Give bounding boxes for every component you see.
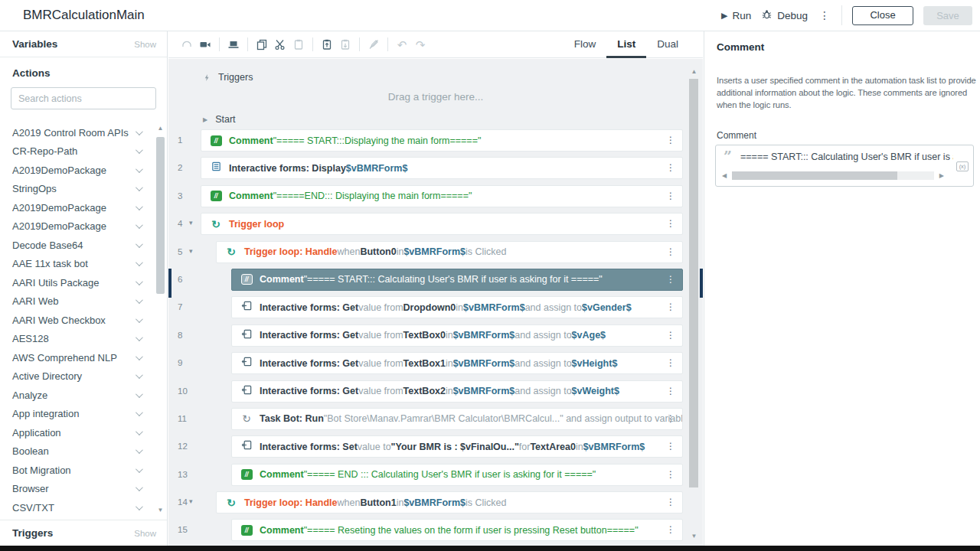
action-card[interactable]: Interactive forms: Get value from TextBo… [231, 380, 683, 403]
chevron-down-icon[interactable] [136, 484, 143, 491]
copy-icon[interactable] [253, 35, 271, 54]
action-card[interactable]: Interactive forms: Set value to "Your BM… [231, 435, 683, 458]
chevron-down-icon[interactable] [136, 221, 143, 229]
comment-field[interactable]: ” ===== START::: Calculating User's BMR … [715, 145, 974, 187]
kebab-menu-icon[interactable]: ⋮ [666, 162, 675, 173]
kebab-menu-icon[interactable]: ⋮ [666, 524, 675, 535]
kebab-menu-icon[interactable]: ⋮ [666, 302, 675, 312]
kebab-menu-icon[interactable]: ⋮ [666, 246, 675, 257]
scroll-down-icon[interactable]: ▼ [155, 507, 165, 514]
action-row[interactable]: 5▾↻Trigger loop: Handle when Button0 in … [168, 241, 703, 263]
cut-icon[interactable] [271, 35, 289, 54]
scroll-right-icon[interactable]: ▶ [939, 172, 944, 179]
canvas-start-section[interactable]: ▶ Start [168, 109, 703, 129]
chevron-down-icon[interactable] [136, 409, 143, 416]
action-card[interactable]: Interactive forms: Display $vBMRForm$ [201, 157, 683, 179]
package-item[interactable]: Browser [0, 480, 153, 499]
tab-list[interactable]: List [606, 31, 646, 58]
package-item[interactable]: AARI Web Checkbox [0, 311, 153, 330]
action-card[interactable]: Interactive forms: Get value from TextBo… [231, 352, 683, 374]
package-item[interactable]: AARI Utils Package [0, 273, 153, 292]
scrollbar-track[interactable] [732, 171, 934, 180]
action-card[interactable]: Interactive forms: Get value from Dropdo… [231, 296, 683, 318]
camera-icon[interactable] [196, 35, 214, 54]
package-item[interactable]: Decode Base64 [0, 236, 153, 255]
clipboard-up-icon[interactable] [318, 35, 336, 54]
action-card[interactable]: ↻Trigger loop [201, 213, 683, 235]
chevron-down-icon[interactable] [136, 203, 143, 210]
header-kebab-menu-icon[interactable]: ⋮ [818, 9, 831, 21]
run-button[interactable]: ▶ Run [721, 10, 751, 21]
search-input[interactable] [11, 87, 156, 109]
kebab-menu-icon[interactable]: ⋮ [666, 135, 675, 145]
kebab-menu-icon[interactable]: ⋮ [666, 413, 675, 424]
canvas-triggers-section[interactable]: Triggers [168, 70, 703, 85]
triggers-show-link[interactable]: Show [134, 529, 156, 538]
chevron-down-icon[interactable] [136, 371, 143, 379]
tab-flow[interactable]: Flow [564, 31, 607, 58]
triggers-section-header[interactable]: Triggers Show [0, 520, 167, 546]
action-card[interactable]: //Comment "===== START::: Calculating Us… [231, 269, 683, 291]
insert-variable-icon[interactable]: (x) [956, 161, 969, 171]
kebab-menu-icon[interactable]: ⋮ [666, 191, 675, 201]
chevron-down-icon[interactable] [136, 334, 143, 341]
action-card[interactable]: ↻Task Bot: Run "Bot Store\Manav.Pamrar\B… [231, 408, 683, 430]
kebab-menu-icon[interactable]: ⋮ [666, 497, 675, 507]
comment-field-value[interactable]: ===== START::: Calculating User's BMR if… [740, 152, 953, 162]
action-card[interactable]: ↻Trigger loop: Handle when Button0 in $v… [216, 241, 683, 263]
action-row[interactable]: 1//Comment "===== START:::Displaying the… [168, 129, 703, 152]
action-row[interactable]: 8Interactive forms: Get value from TextB… [168, 324, 703, 347]
chevron-down-icon[interactable] [136, 184, 143, 191]
tab-dual[interactable]: Dual [646, 31, 689, 58]
package-item[interactable]: AES128 [0, 330, 153, 349]
package-item[interactable]: App integration [0, 405, 153, 424]
action-row[interactable]: 4▾↻Trigger loop⋮ [168, 213, 703, 235]
chevron-down-icon[interactable] [136, 446, 143, 454]
package-item[interactable]: AARI Web [0, 292, 153, 311]
scroll-left-icon[interactable]: ◀ [722, 172, 727, 179]
collapse-chevron-icon[interactable]: ▾ [189, 497, 193, 505]
package-item[interactable]: Analyze [0, 386, 153, 405]
action-card[interactable]: //Comment "===== START:::Displaying the … [201, 129, 683, 152]
canvas-scrollbar[interactable]: ▲ ▼ [688, 59, 700, 546]
monitor-icon[interactable] [224, 35, 243, 54]
chevron-down-icon[interactable] [136, 428, 143, 435]
chevron-down-icon[interactable] [136, 165, 143, 173]
kebab-menu-icon[interactable]: ⋮ [666, 330, 675, 341]
scrollbar-thumb[interactable] [732, 171, 897, 180]
action-row[interactable]: 10Interactive forms: Get value from Text… [168, 380, 703, 403]
action-row[interactable]: 12Interactive forms: Set value to "Your … [168, 435, 703, 458]
package-item[interactable]: AAE 11x task bot [0, 255, 153, 274]
kebab-menu-icon[interactable]: ⋮ [666, 441, 675, 452]
package-item[interactable]: StringOps [0, 180, 153, 199]
action-card[interactable]: //Comment "=====END::: Displaying the ma… [201, 185, 683, 207]
chevron-down-icon[interactable] [136, 146, 143, 154]
package-item[interactable]: A2019 Control Room APIs [0, 123, 153, 142]
kebab-menu-icon[interactable]: ⋮ [666, 218, 675, 229]
action-row[interactable]: 15//Comment "===== Reseting the values o… [168, 519, 703, 541]
sidebar-scrollbar[interactable]: ▲ ▼ [155, 125, 165, 514]
chevron-down-icon[interactable] [136, 278, 143, 285]
action-card[interactable]: Interactive forms: Get value from TextBo… [231, 324, 683, 347]
package-item[interactable]: Boolean [0, 442, 153, 461]
scroll-up-icon[interactable]: ▲ [688, 68, 700, 75]
action-card[interactable]: //Comment "===== Reseting the values on … [231, 519, 683, 541]
debug-button[interactable]: Debug [761, 8, 808, 22]
action-row[interactable]: 3//Comment "=====END::: Displaying the m… [168, 185, 703, 207]
chevron-down-icon[interactable] [136, 353, 143, 360]
kebab-menu-icon[interactable]: ⋮ [666, 386, 675, 396]
scroll-down-icon[interactable]: ▼ [688, 533, 700, 540]
scrollbar-thumb[interactable] [689, 79, 698, 487]
variables-section-header[interactable]: Variables Show [0, 31, 167, 57]
package-item[interactable]: Bot Migration [0, 461, 153, 480]
action-row[interactable]: 9Interactive forms: Get value from TextB… [168, 352, 703, 374]
action-card[interactable]: ↻Trigger loop: Handle when Button1 in $v… [216, 491, 683, 514]
package-item[interactable]: A2019DemoPackage [0, 161, 153, 180]
action-row[interactable]: 13//Comment "===== END ::: Calculating U… [168, 464, 703, 486]
chevron-down-icon[interactable] [136, 315, 143, 323]
scrollbar-thumb[interactable] [156, 137, 165, 294]
package-item[interactable]: A2019DemoPackage [0, 198, 153, 217]
package-item[interactable]: A2019DemoPackage [0, 217, 153, 236]
collapse-chevron-icon[interactable]: ▾ [189, 219, 193, 227]
action-row[interactable]: 14▾↻Trigger loop: Handle when Button1 in… [168, 491, 703, 514]
